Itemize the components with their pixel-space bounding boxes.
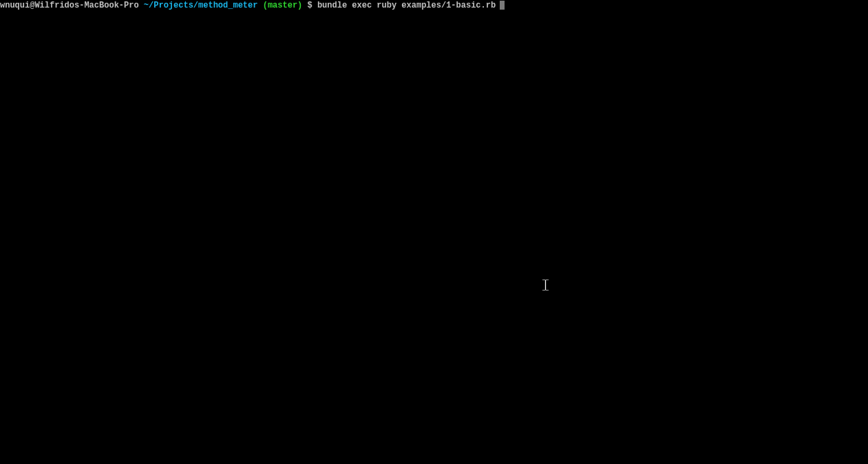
command-text: bundle exec ruby examples/1-basic.rb: [317, 1, 496, 10]
spacer: [257, 1, 262, 10]
user-host: wnuqui@Wilfridos-MacBook-Pro: [0, 1, 139, 10]
current-path: ~/Projects/method_meter: [144, 1, 258, 10]
spacer: [313, 1, 317, 10]
terminal-window[interactable]: wnuqui@Wilfridos-MacBook-Pro ~/Projects/…: [0, 0, 868, 464]
spacer: [302, 1, 307, 10]
prompt-symbol: $: [308, 1, 313, 10]
git-branch: (master): [263, 1, 303, 10]
spacer: [139, 1, 144, 10]
prompt-line[interactable]: wnuqui@Wilfridos-MacBook-Pro ~/Projects/…: [0, 1, 868, 10]
block-cursor-icon: [500, 1, 505, 10]
